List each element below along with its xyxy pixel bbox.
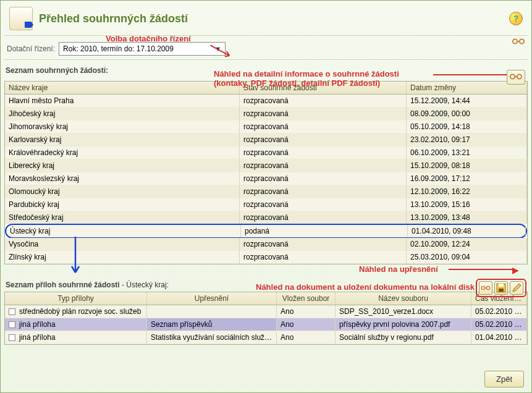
cell-datum: 16.09.2009, 17:12 <box>407 172 527 185</box>
dropdown-value: Rok: 2010, termín do: 17.10.2009 <box>63 44 174 53</box>
cell-kraj: Středočeský kraj <box>5 211 240 224</box>
cell-nazev: SDP_SS_2010_verze1.docx <box>336 305 471 318</box>
table-row[interactable]: Karlovarský krajrozpracovaná23.02.2010, … <box>5 133 527 146</box>
svg-point-2 <box>510 74 515 78</box>
main-table: Název kraje Stav souhrnné žádosti Datum … <box>4 81 528 264</box>
attachment-toolbar <box>476 279 526 297</box>
table-row[interactable]: jiná přílohaSeznam příspěvkůAnopříspěvky… <box>5 318 527 331</box>
table-row[interactable]: Olomoucký krajrozpracovaná12.10.2009, 16… <box>5 185 527 198</box>
dotacni-rizeni-dropdown[interactable]: Rok: 2010, termín do: 17.10.2009 ▼ <box>59 42 226 56</box>
cell-vlozen: Ano <box>277 318 336 331</box>
cell-vlozen: Ano <box>277 305 336 318</box>
table-row[interactable]: Pardubický krajrozpracovaná13.10.2009, 1… <box>5 198 527 211</box>
svg-point-1 <box>520 39 524 43</box>
svg-rect-7 <box>499 284 504 287</box>
table-row[interactable]: Liberecký krajrozpracovaná15.10.2009, 08… <box>5 159 527 172</box>
cell-datum: 02.10.2009, 12:24 <box>407 238 527 250</box>
cell-typ: jiná příloha <box>5 331 147 344</box>
cell-vlozen: Ano <box>277 331 336 344</box>
annotation-volba: Volba dotačního řízení <box>106 34 191 43</box>
cell-datum: 06.10.2009, 13:21 <box>407 146 527 159</box>
svg-rect-8 <box>499 289 504 292</box>
cell-kraj: Vysočina <box>5 238 240 250</box>
table-row[interactable]: Jihomoravský krajrozpracovaná05.10.2009,… <box>5 120 527 133</box>
cell-kraj: Královéhradecký kraj <box>5 146 240 159</box>
glasses-icon[interactable] <box>512 36 525 46</box>
detail-button[interactable] <box>507 70 525 85</box>
attachments-table: Typ přílohy Upřesnění Vložen soubor Náze… <box>4 292 528 345</box>
help-icon[interactable]: ? <box>509 12 523 25</box>
table-row[interactable]: jiná přílohaStatistika využívání sociáln… <box>5 331 527 344</box>
cell-stav: rozpracovaná <box>240 133 407 146</box>
col-upresneni[interactable]: Upřesnění <box>147 292 277 305</box>
document-icon <box>9 7 33 30</box>
table-row[interactable]: střednědobý plán rozvoje soc. služebAnoS… <box>5 305 527 318</box>
col-kraj[interactable]: Název kraje <box>5 82 240 94</box>
cell-stav: rozpracovaná <box>240 95 407 107</box>
cell-kraj: Zlínský kraj <box>5 251 240 263</box>
cell-stav: rozpracovaná <box>240 172 407 185</box>
table-row[interactable]: Ústecký krajpodaná01.04.2010, 09:48 <box>5 224 527 239</box>
col-typ[interactable]: Typ přílohy <box>5 292 147 305</box>
table-row[interactable]: Moravskoslezský krajrozpracovaná16.09.20… <box>5 172 527 185</box>
table-row[interactable]: Jihočeský krajrozpracovaná08.09.2009, 00… <box>5 108 527 120</box>
save-doc-button[interactable] <box>494 281 508 295</box>
cell-datum: 23.02.2010, 09:17 <box>407 133 527 146</box>
footer: Zpět <box>484 371 524 387</box>
glasses-icon <box>509 72 523 82</box>
cell-stav: rozpracovaná <box>240 120 407 133</box>
annotation-dokument: Náhled na dokument a uložení dokumentu n… <box>256 282 475 292</box>
cell-kraj: Karlovarský kraj <box>5 133 240 146</box>
table-row[interactable]: Zlínský krajrozpracovaná25.03.2010, 09:0… <box>5 251 527 264</box>
cell-stav: rozpracovaná <box>240 108 407 120</box>
annotation-detail: Náhled na detailní informace o souhrnné … <box>214 69 399 88</box>
cell-datum: 12.10.2009, 16:22 <box>407 185 527 198</box>
cell-kraj: Pardubický kraj <box>5 198 240 211</box>
view-doc-button[interactable] <box>479 281 492 295</box>
cell-stav: rozpracovaná <box>240 146 407 159</box>
cell-stav: rozpracovaná <box>240 238 407 250</box>
window: Přehled souhrnných žádostí ? Volba dotač… <box>0 0 532 393</box>
cell-typ: střednědobý plán rozvoje soc. služeb <box>5 305 147 318</box>
annotation-line <box>449 269 514 270</box>
svg-point-5 <box>486 286 489 289</box>
cell-kraj: Olomoucký kraj <box>5 185 240 198</box>
cell-stav: rozpracovaná <box>240 185 407 198</box>
cell-datum: 25.03.2010, 09:04 <box>407 251 527 263</box>
cell-upresneni: Statistika využívání sociálních služe... <box>147 331 277 344</box>
svg-point-0 <box>513 39 517 43</box>
cell-datum: 15.10.2009, 08:18 <box>407 159 527 172</box>
cell-stav: rozpracovaná <box>240 159 407 172</box>
table-row[interactable]: Královéhradecký krajrozpracovaná06.10.20… <box>5 146 527 159</box>
cell-nazev: příspěvky první polovina 2007.pdf <box>336 318 471 331</box>
cell-datum: 05.10.2009, 14:18 <box>407 120 527 133</box>
cell-cas: 05.02.2010 06:01:20 <box>471 318 527 331</box>
back-button[interactable]: Zpět <box>484 371 524 387</box>
cell-datum: 08.09.2009, 00:00 <box>407 108 527 120</box>
svg-point-3 <box>517 74 521 78</box>
table-row[interactable]: Vysočinarozpracovaná02.10.2009, 12:24 <box>5 238 527 251</box>
table-row[interactable]: Středočeský krajrozpracovaná13.10.2009, … <box>5 211 527 224</box>
col-nazev[interactable]: Název souboru <box>336 292 471 305</box>
att-thead: Typ přílohy Upřesnění Vložen soubor Náze… <box>5 292 527 305</box>
checkbox-icon[interactable] <box>9 334 15 341</box>
cell-datum: 01.04.2010, 09:48 <box>408 225 526 237</box>
cell-stav: rozpracovaná <box>240 251 407 263</box>
cell-stav: rozpracovaná <box>240 198 407 211</box>
checkbox-icon[interactable] <box>9 308 15 315</box>
cell-kraj: Liberecký kraj <box>5 159 240 172</box>
svg-point-4 <box>481 286 484 289</box>
filter-row: Dotační řízení: Rok: 2010, termín do: 17… <box>4 38 528 60</box>
edit-doc-button[interactable] <box>510 281 523 295</box>
cell-datum: 15.12.2009, 14:44 <box>407 95 527 107</box>
col-vlozen[interactable]: Vložen soubor <box>277 292 336 305</box>
header: Přehled souhrnných žádostí ? <box>4 4 528 36</box>
cell-kraj: Jihočeský kraj <box>5 108 240 120</box>
cell-nazev: Sociální služby v regionu.pdf <box>336 331 471 344</box>
table-row[interactable]: Hlavní město Praharozpracovaná15.12.2009… <box>5 95 527 108</box>
checkbox-icon[interactable] <box>9 321 15 328</box>
arrow-right-icon: ▶ <box>512 265 519 275</box>
cell-kraj: Moravskoslezský kraj <box>5 172 240 185</box>
cell-kraj: Ústecký kraj <box>6 225 241 237</box>
cell-upresneni: Seznam příspěvků <box>147 318 277 331</box>
